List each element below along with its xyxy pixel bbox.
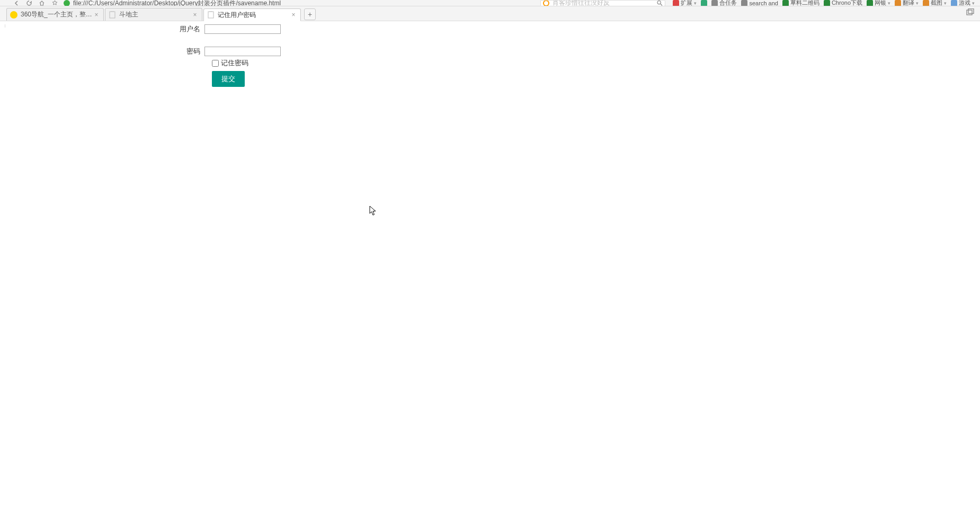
extension-label: 游戏 [959,0,970,6]
extension-label: 草料二维码 [790,0,819,6]
svg-rect-2 [110,12,115,18]
tab-favicon [109,11,116,19]
svg-line-1 [661,4,662,5]
extension-icon [951,0,957,6]
tab-close-button[interactable]: × [290,11,297,19]
tab-strip: 360导航_一个主页，整个世界×斗地主×记住用户密码×+ [0,6,980,21]
extension-icon [711,0,718,6]
password-input[interactable] [204,47,281,56]
extension-label: 扩展 [681,0,692,6]
extension-item[interactable]: 游戏▾ [951,0,975,6]
chevron-down-icon: ▾ [888,1,890,6]
tab-close-button[interactable]: × [93,11,100,19]
extension-icon [741,0,747,6]
extension-label: 网银 [875,0,886,6]
svg-rect-5 [968,9,974,14]
nav-buttons [0,0,58,6]
chevron-down-icon: ▾ [694,1,697,6]
extension-icon [867,0,873,6]
extension-icon [895,0,901,6]
svg-point-0 [657,1,661,4]
extension-item[interactable]: 翻译▾ [895,0,919,6]
extension-label: search and [749,0,778,6]
extension-icon [701,0,707,6]
svg-rect-4 [967,10,972,15]
site-security-icon [64,0,70,6]
username-input[interactable] [204,24,281,34]
extension-item[interactable]: search and [741,0,778,6]
extension-icon [782,0,789,6]
address-url: file:///C:/Users/Administrator/Desktop/j… [73,0,281,6]
form-row-password: 密码 [0,47,980,56]
tab-favicon [10,11,17,19]
search-icon[interactable] [657,0,663,6]
extension-label: 翻译 [903,0,914,6]
favorite-button[interactable] [51,0,58,6]
form-row-username: 用户名 [0,24,980,34]
extension-icon [824,0,830,6]
chevron-down-icon: ▾ [972,1,975,6]
home-button[interactable] [38,0,46,6]
search-placeholder: 肖客珍惜往往没好反 [553,0,610,6]
back-button[interactable] [13,0,20,6]
submit-button[interactable]: 提交 [212,71,245,87]
extension-item[interactable] [701,0,707,6]
extension-item[interactable]: 网银▾ [867,0,890,6]
address-bar[interactable]: file:///C:/Users/Administrator/Desktop/j… [64,0,392,6]
browser-tab[interactable]: 记住用户密码× [203,8,301,21]
browser-tab[interactable]: 360导航_一个主页，整个世界× [6,8,104,21]
extension-item[interactable]: 截图▾ [923,0,947,6]
remember-row: 记住密码 [212,58,980,68]
cursor-icon [369,206,377,216]
extension-item[interactable]: Chrono下载 [824,0,862,6]
extension-icon [923,0,929,6]
extension-label: Chrono下载 [832,0,862,6]
browser-toolbar: file:///C:/Users/Administrator/Desktop/j… [0,0,980,6]
extension-icon [673,0,679,6]
extension-item[interactable]: 扩展▾ [673,0,697,6]
tab-favicon [207,11,215,19]
extension-item[interactable]: 草料二维码 [782,0,819,6]
tab-title: 斗地主 [119,10,191,19]
username-label: 用户名 [0,24,204,34]
tab-title: 360导航_一个主页，整个世界 [21,10,93,19]
extension-item[interactable]: 合任务 [711,0,737,6]
page-content: 用户名 密码 记住密码 提交 [0,24,980,507]
browser-tab[interactable]: 斗地主× [105,8,202,21]
tab-title: 记住用户密码 [218,11,290,20]
submit-row: 提交 [212,71,980,87]
extensions-row: 扩展▾合任务search and草料二维码Chrono下载网银▾翻译▾截图▾游戏… [665,0,980,6]
chevron-down-icon: ▾ [916,1,919,6]
omnibox-search[interactable]: 肖客珍惜往往没好反 [540,0,665,6]
password-label: 密码 [0,47,204,56]
remember-checkbox[interactable] [212,60,219,67]
remember-label: 记住密码 [221,58,248,68]
tab-close-button[interactable]: × [191,11,199,19]
extension-label: 截图 [931,0,942,6]
chevron-down-icon: ▾ [944,1,947,6]
extension-label: 合任务 [719,0,737,6]
reload-button[interactable] [25,0,33,6]
new-tab-button[interactable]: + [304,8,316,20]
search-engine-icon [543,0,549,6]
tab-overview-button[interactable] [966,8,975,16]
svg-rect-3 [208,12,213,18]
decorative-stripe [5,24,5,28]
